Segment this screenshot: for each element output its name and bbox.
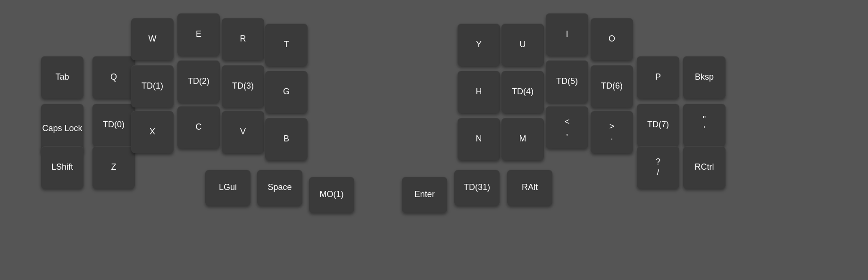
key-n[interactable]: N <box>458 118 500 160</box>
key-bksp[interactable]: Bksp <box>683 56 726 99</box>
key-i[interactable]: I <box>546 13 588 56</box>
key-td4[interactable]: TD(4) <box>501 71 544 113</box>
key-td5[interactable]: TD(5) <box>546 60 588 103</box>
key-z[interactable]: Z <box>92 146 135 189</box>
key-td31[interactable]: TD(31) <box>454 170 500 206</box>
key-b[interactable]: B <box>265 118 308 160</box>
keyboard: TabCaps LockLShiftQTD(0)ZWTD(1)XETD(2)CR… <box>0 0 868 280</box>
key-r[interactable]: R <box>222 18 264 60</box>
key-p[interactable]: P <box>637 56 679 99</box>
key-comma-lt[interactable]: <, <box>546 106 588 148</box>
key-mo1[interactable]: MO(1) <box>309 177 354 213</box>
key-td3[interactable]: TD(3) <box>222 65 264 107</box>
key-lgui[interactable]: LGui <box>205 170 250 206</box>
key-td1[interactable]: TD(1) <box>131 65 174 107</box>
key-e[interactable]: E <box>177 13 220 56</box>
key-u[interactable]: U <box>501 24 544 66</box>
key-y[interactable]: Y <box>458 24 500 66</box>
key-enter[interactable]: Enter <box>402 177 447 213</box>
key-space[interactable]: Space <box>257 170 302 206</box>
key-h[interactable]: H <box>458 71 500 113</box>
key-o[interactable]: O <box>591 18 633 60</box>
key-slash-q[interactable]: ?/ <box>637 146 679 189</box>
key-t[interactable]: T <box>265 24 308 66</box>
key-lshift[interactable]: LShift <box>41 146 83 189</box>
key-v[interactable]: V <box>222 111 264 153</box>
key-m[interactable]: M <box>501 118 544 160</box>
key-ralt[interactable]: RAlt <box>507 170 552 206</box>
key-td2[interactable]: TD(2) <box>177 60 220 103</box>
key-q[interactable]: Q <box>92 56 135 99</box>
key-w[interactable]: W <box>131 18 174 60</box>
key-dot-gt[interactable]: >. <box>591 111 633 153</box>
key-rctrl[interactable]: RCtrl <box>683 146 726 189</box>
key-td7[interactable]: TD(7) <box>637 104 679 146</box>
key-td6[interactable]: TD(6) <box>591 65 633 107</box>
key-quote[interactable]: "' <box>683 104 726 146</box>
key-x[interactable]: X <box>131 111 174 153</box>
key-g[interactable]: G <box>265 71 308 113</box>
key-tab[interactable]: Tab <box>41 56 83 99</box>
key-c[interactable]: C <box>177 106 220 148</box>
key-td0[interactable]: TD(0) <box>92 104 135 146</box>
